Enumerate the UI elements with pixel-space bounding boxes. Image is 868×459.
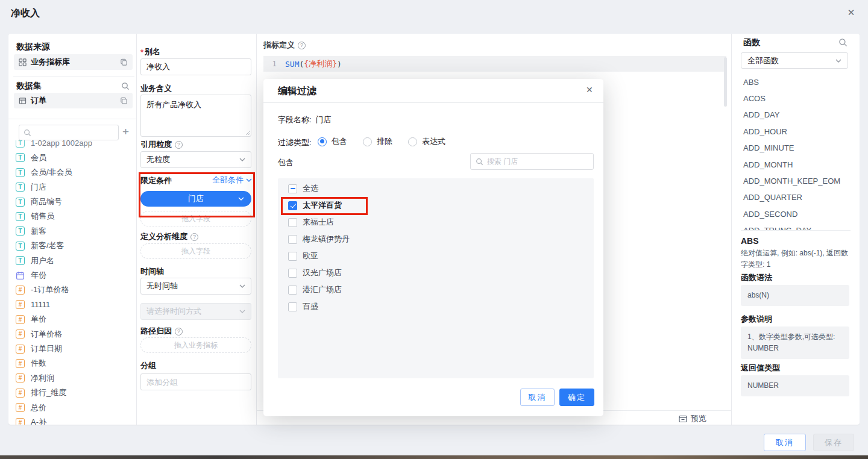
- checkbox-icon[interactable]: [288, 218, 297, 227]
- field-label: 订单价格: [31, 329, 62, 340]
- store-option-港汇广场店[interactable]: 港汇广场店: [288, 281, 342, 298]
- field-search-input[interactable]: [35, 128, 107, 137]
- store-option-来福士店[interactable]: 来福士店: [288, 214, 334, 231]
- field-item[interactable]: #净利润: [14, 371, 132, 386]
- copy-icon[interactable]: [120, 97, 128, 105]
- meaning-textarea[interactable]: [140, 95, 251, 137]
- page-title: 净收入: [11, 7, 40, 20]
- preview-button[interactable]: 预览: [679, 413, 706, 424]
- text-field-icon: T: [16, 256, 25, 265]
- checkbox-icon[interactable]: [288, 235, 297, 244]
- params-label: 参数说明: [741, 314, 772, 325]
- field-item[interactable]: #11111: [14, 298, 132, 312]
- field-item[interactable]: T销售员: [14, 209, 132, 223]
- close-icon[interactable]: ✕: [845, 7, 857, 19]
- help-icon[interactable]: ?: [175, 141, 183, 149]
- modal-cancel-button[interactable]: 取消: [520, 389, 555, 406]
- text-field-icon: T: [16, 168, 25, 177]
- copy-icon[interactable]: [120, 58, 128, 66]
- text-field-icon: T: [16, 183, 25, 192]
- help-icon[interactable]: ?: [298, 42, 306, 49]
- function-item-ABS[interactable]: ABS: [743, 76, 759, 88]
- function-item-ADD_QUARTER[interactable]: ADD_QUARTER: [743, 192, 802, 204]
- alias-input[interactable]: [140, 58, 251, 75]
- store-search[interactable]: [470, 153, 594, 170]
- store-option-欧亚[interactable]: 欧亚: [288, 248, 318, 264]
- footer-save-button[interactable]: 保存: [813, 434, 854, 451]
- checkbox-icon[interactable]: [288, 201, 297, 210]
- function-item-ADD_HOUR[interactable]: ADD_HOUR: [743, 125, 787, 137]
- granularity-select[interactable]: 无粒度: [140, 151, 251, 168]
- field-item[interactable]: #排行_维度: [14, 386, 132, 400]
- field-item[interactable]: T会员/非会员: [14, 165, 132, 180]
- group-input[interactable]: [140, 373, 251, 390]
- function-category-select[interactable]: 全部函数: [741, 52, 848, 69]
- field-item[interactable]: #单价: [14, 312, 132, 326]
- function-item-ADD_MONTH_KEEP_EOM[interactable]: ADD_MONTH_KEEP_EOM: [743, 175, 840, 187]
- filter-type-radio-表达式[interactable]: 表达式: [408, 136, 445, 147]
- function-doc-description: 绝对值运算, 例如: abs(-1), 返回数字类型: 1: [741, 248, 852, 270]
- dimension-label: 定义分析维度?: [140, 231, 198, 242]
- checkbox-icon[interactable]: [288, 252, 297, 261]
- function-item-ADD_DAY[interactable]: ADD_DAY: [743, 109, 779, 121]
- condition-drop-zone[interactable]: 拖入字段: [140, 211, 251, 226]
- help-icon[interactable]: ?: [175, 328, 183, 336]
- field-item[interactable]: T商品编号: [14, 195, 132, 209]
- store-search-input[interactable]: [487, 157, 577, 166]
- dimension-drop-zone[interactable]: 拖入字段: [140, 243, 251, 259]
- add-field-icon[interactable]: +: [122, 126, 129, 137]
- footer-cancel-button[interactable]: 取消: [764, 434, 806, 451]
- function-item-ACOS[interactable]: ACOS: [743, 92, 766, 104]
- field-item[interactable]: T会员: [14, 151, 132, 165]
- checkbox-icon[interactable]: [288, 269, 297, 278]
- field-item[interactable]: T用户名: [14, 254, 132, 268]
- editor-scrollbar[interactable]: [724, 57, 727, 107]
- store-option-汉光广场店[interactable]: 汉光广场店: [288, 264, 342, 281]
- field-item[interactable]: T1-02app 1002app: [14, 140, 132, 150]
- function-item-ADD_MONTH[interactable]: ADD_MONTH: [743, 158, 793, 170]
- dataset-item[interactable]: 订单: [14, 93, 133, 108]
- filter-type-radio-包含[interactable]: 包含: [318, 136, 347, 147]
- store-option-太平洋百货[interactable]: 太平洋百货: [288, 197, 342, 214]
- search-icon[interactable]: [121, 82, 130, 90]
- function-item-ADD_TRUNC_DAY[interactable]: ADD_TRUNC_DAY: [743, 225, 811, 230]
- store-option-百盛[interactable]: 百盛: [288, 298, 318, 315]
- function-item-ADD_MINUTE[interactable]: ADD_MINUTE: [743, 142, 794, 154]
- field-item[interactable]: #订单价格: [14, 327, 132, 342]
- search-icon[interactable]: [838, 38, 848, 47]
- chevron-down-icon: [238, 197, 244, 201]
- function-item-ADD_SECOND[interactable]: ADD_SECOND: [743, 208, 797, 220]
- field-item[interactable]: 年份: [14, 268, 132, 283]
- field-item[interactable]: #A-补: [14, 415, 132, 425]
- modal-confirm-button[interactable]: 确定: [559, 389, 594, 406]
- field-search[interactable]: [19, 125, 119, 140]
- store-option-梅龙镇伊势丹[interactable]: 梅龙镇伊势丹: [288, 231, 350, 248]
- data-source-item[interactable]: 业务指标库: [14, 54, 133, 70]
- help-icon[interactable]: ?: [190, 233, 198, 241]
- field-item[interactable]: T门店: [14, 180, 132, 195]
- select-all-option[interactable]: 全选: [288, 180, 318, 197]
- checkbox-icon[interactable]: [288, 184, 297, 193]
- filter-type-radio-排除[interactable]: 排除: [363, 136, 392, 147]
- field-item[interactable]: #订单日期: [14, 342, 132, 356]
- field-item[interactable]: T新客/老客: [14, 239, 132, 253]
- field-item[interactable]: #-1订单价格: [14, 283, 132, 297]
- field-item[interactable]: #件数: [14, 356, 132, 370]
- code-field-ref: {净利润}: [304, 58, 337, 69]
- all-conditions-link[interactable]: 全部条件: [212, 175, 252, 186]
- field-item[interactable]: #总价: [14, 401, 132, 415]
- checkbox-icon[interactable]: [288, 286, 297, 295]
- text-field-icon: T: [16, 212, 25, 221]
- checkbox-icon[interactable]: [288, 302, 297, 311]
- field-item[interactable]: T新客: [14, 224, 132, 239]
- alias-label: *别名: [140, 46, 160, 57]
- radio-icon: [363, 137, 372, 146]
- condition-chip-store[interactable]: 门店: [140, 191, 251, 207]
- modal-close-icon[interactable]: ✕: [586, 85, 593, 95]
- chevron-down-icon: [239, 284, 245, 288]
- resize-handle-icon[interactable]: [245, 130, 250, 135]
- attribution-drop-zone[interactable]: 拖入业务指标: [140, 337, 251, 353]
- timeline-select[interactable]: 无时间轴: [140, 278, 251, 295]
- number-field-icon: #: [16, 359, 25, 368]
- code-editor-line[interactable]: 1 SUM({净利润}): [263, 56, 726, 72]
